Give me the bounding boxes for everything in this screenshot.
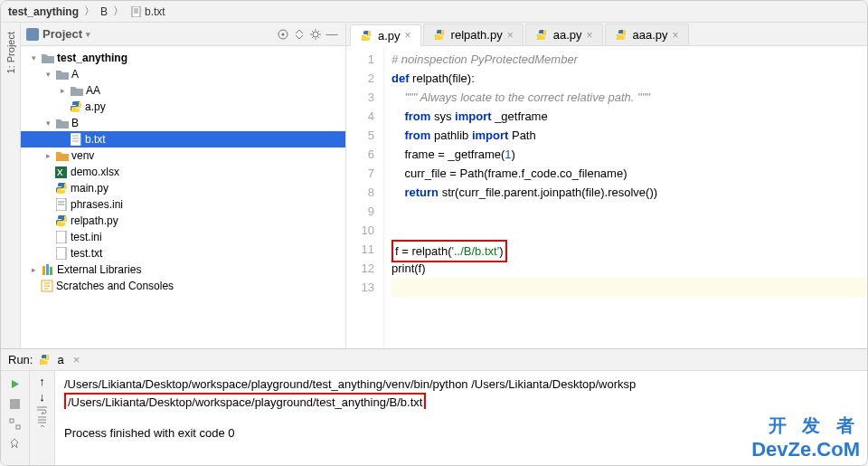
tab-aapy[interactable]: aa.py×: [525, 24, 603, 45]
tab-relpath[interactable]: relpath.py×: [423, 24, 524, 45]
tree-file-testtxt[interactable]: test.txt: [21, 245, 345, 262]
ini-file-icon: [54, 198, 68, 212]
svg-point-7: [313, 32, 318, 37]
python-file-icon: [54, 182, 68, 195]
tool-window-strip: 1: Project: [1, 23, 21, 348]
expand-all-icon[interactable]: [291, 26, 307, 43]
project-panel: Project ▾ — ▾test_anything ▾A ▸AA a.py ▾…: [21, 23, 346, 348]
tree-file-main[interactable]: main.py: [21, 180, 345, 196]
soft-wrap-icon[interactable]: [36, 405, 48, 414]
tree-file-demo[interactable]: xdemo.xlsx: [21, 164, 345, 180]
project-tree: ▾test_anything ▾A ▸AA a.py ▾B b.txt ▸ven…: [21, 46, 345, 348]
python-file-icon: [360, 29, 373, 43]
scroll-end-icon[interactable]: [36, 416, 48, 427]
project-icon: [26, 28, 39, 41]
tree-scratches[interactable]: Scratches and Consoles: [21, 278, 345, 294]
panel-title[interactable]: Project ▾: [26, 27, 90, 41]
tree-folder-A[interactable]: ▾A: [21, 66, 345, 82]
text-file-icon: [54, 247, 68, 261]
run-toolbar-left: [1, 371, 30, 465]
python-file-icon: [69, 100, 82, 114]
tree-folder-venv[interactable]: ▸venv: [21, 147, 345, 164]
close-icon[interactable]: ×: [73, 353, 80, 366]
project-tool-tab[interactable]: 1: Project: [5, 28, 16, 77]
python-file-icon: [535, 28, 549, 42]
pin-button[interactable]: [5, 434, 25, 452]
tree-external-libs[interactable]: ▸External Libraries: [21, 262, 345, 278]
line-number: 8: [346, 183, 374, 202]
scratch-icon: [40, 280, 53, 293]
tree-file-apy[interactable]: a.py: [21, 99, 345, 115]
editor-area: a.py× relpath.py× aa.py× aaa.py× 1234567…: [346, 23, 867, 348]
svg-rect-21: [50, 267, 52, 275]
close-icon[interactable]: ×: [587, 29, 593, 42]
breadcrumb-folder[interactable]: B: [100, 5, 108, 18]
console-exit-line: Process finished with exit code 0: [64, 425, 858, 442]
excel-file-icon: x: [54, 166, 68, 179]
line-number: 5: [346, 126, 374, 145]
line-number: 12: [346, 259, 374, 278]
tree-file-phrases[interactable]: phrases.ini: [21, 196, 345, 213]
line-number: 7: [346, 164, 374, 183]
svg-rect-19: [42, 266, 45, 275]
run-label: Run:: [8, 353, 33, 366]
line-number: 6: [346, 145, 374, 164]
svg-rect-23: [10, 399, 20, 409]
breadcrumb-file[interactable]: b.txt: [145, 5, 165, 18]
up-arrow-icon[interactable]: ↑: [39, 375, 45, 388]
breadcrumb-root[interactable]: test_anything: [8, 5, 79, 18]
tree-file-testini[interactable]: test.ini: [21, 229, 345, 245]
run-config-name[interactable]: a: [57, 353, 63, 366]
svg-point-6: [282, 33, 285, 35]
tree-folder-AA[interactable]: ▸AA: [21, 82, 345, 99]
text-file-icon: [69, 133, 82, 147]
svg-rect-0: [132, 6, 140, 17]
stop-button[interactable]: [5, 395, 25, 413]
layout-button[interactable]: [5, 414, 25, 433]
folder-icon: [55, 68, 69, 81]
svg-rect-17: [56, 231, 66, 243]
tree-folder-B[interactable]: ▾B: [21, 115, 345, 131]
svg-rect-24: [10, 419, 14, 423]
svg-rect-25: [16, 425, 20, 429]
code-editor[interactable]: 12345678910111213 # noinspection PyProte…: [346, 46, 867, 348]
tree-file-relpath[interactable]: relpath.py: [21, 213, 345, 229]
file-icon: [129, 5, 143, 18]
tab-apy[interactable]: a.py×: [350, 24, 421, 46]
line-number: 1: [346, 50, 374, 69]
svg-rect-20: [46, 264, 49, 275]
editor-tabs: a.py× relpath.py× aa.py× aaa.py×: [346, 23, 867, 46]
run-header: Run: a ×: [1, 349, 867, 371]
folder-icon: [55, 149, 69, 163]
chevron-right-icon: 〉: [113, 4, 124, 19]
locate-icon[interactable]: [275, 26, 291, 43]
line-number: 2: [346, 69, 374, 88]
console-line: /Users/Likianta/Desktop/workspace/playgr…: [64, 393, 426, 409]
gear-icon[interactable]: [307, 26, 324, 43]
line-number: 4: [346, 107, 374, 126]
hide-icon[interactable]: —: [324, 26, 340, 43]
close-icon[interactable]: ×: [507, 29, 514, 42]
tab-aaapy[interactable]: aaa.py×: [605, 24, 689, 45]
python-file-icon: [54, 214, 68, 228]
console-output[interactable]: /Users/Likianta/Desktop/workspace/playgr…: [55, 371, 867, 465]
tree-root[interactable]: ▾test_anything: [21, 50, 345, 66]
python-file-icon: [615, 28, 628, 42]
folder-icon: [55, 117, 69, 130]
ini-file-icon: [54, 231, 68, 244]
breadcrumb: test_anything 〉 B 〉 b.txt: [1, 1, 867, 23]
run-toolbar-right: ↑ ↓: [30, 371, 55, 465]
line-number: 13: [346, 278, 374, 297]
line-number: 9: [346, 202, 374, 221]
run-tool-window: Run: a × ↑ ↓ /Users/Likianta/Desktop/wor…: [1, 349, 867, 465]
code-content[interactable]: # noinspection PyProtectedMember def rel…: [384, 46, 867, 348]
python-file-icon: [433, 28, 447, 42]
folder-icon: [70, 84, 83, 98]
down-arrow-icon[interactable]: ↓: [39, 390, 45, 404]
close-icon[interactable]: ×: [673, 29, 679, 42]
line-gutter: 12345678910111213: [346, 46, 384, 348]
close-icon[interactable]: ×: [405, 29, 411, 42]
tree-file-btxt[interactable]: b.txt: [21, 131, 345, 147]
rerun-button[interactable]: [5, 375, 25, 393]
svg-rect-8: [71, 133, 80, 146]
